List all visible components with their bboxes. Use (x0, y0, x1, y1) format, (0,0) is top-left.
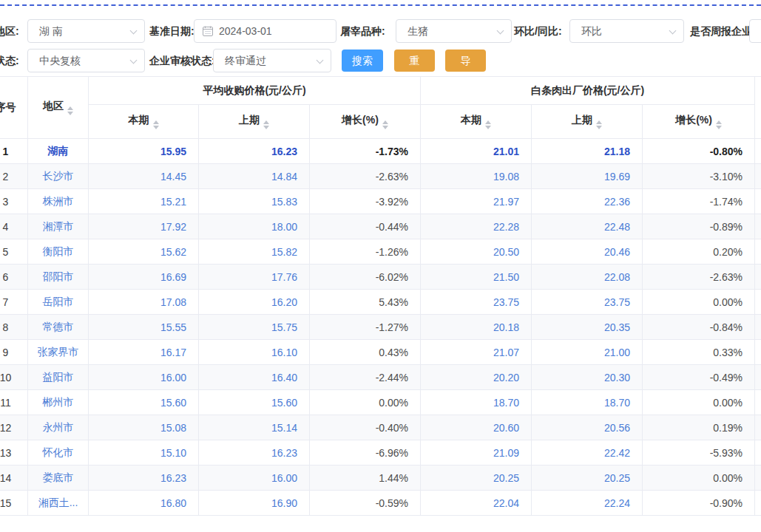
cell-value: -0.80% (643, 139, 755, 164)
species-select-value: 生猪 (396, 20, 511, 42)
table-row: 4湘潭市17.9218.00-0.44%22.2822.48-0.89% (0, 214, 761, 239)
cell-value: -1.74% (643, 189, 755, 214)
region-link[interactable]: 邵阳市 (28, 265, 89, 290)
cell-value: 19.69 (532, 164, 643, 189)
table-row: 10益阳市16.0016.40-2.44%20.2020.30-0.49% (0, 365, 761, 390)
header-previous-2[interactable]: 上期 (532, 105, 643, 139)
top-dashed-divider (0, 4, 761, 6)
cut-cell (755, 390, 761, 415)
region-link[interactable]: 岳阳市 (28, 290, 89, 315)
species-select[interactable]: 生猪 (396, 19, 512, 43)
region-link[interactable]: 永州市 (28, 415, 89, 440)
sort-icon[interactable] (67, 106, 73, 115)
sort-icon[interactable] (382, 120, 388, 129)
cell-value: 5.43% (310, 290, 421, 315)
cell-value: 21.09 (421, 440, 532, 466)
reset-button[interactable]: 重置 (394, 50, 435, 72)
region-link[interactable]: 益阳市 (28, 365, 89, 390)
cell-value: 0.00% (310, 390, 421, 415)
cell-value: -6.02% (310, 265, 421, 290)
table-row: 13怀化市15.1016.23-6.96%21.0922.42-5.93% (0, 440, 761, 466)
cell-value: 22.36 (532, 189, 643, 214)
region-link[interactable]: 湘西土... (28, 491, 89, 516)
cell-value: -1.73% (310, 139, 421, 164)
region-link[interactable]: 常德市 (28, 315, 89, 340)
sort-icon[interactable] (485, 120, 491, 129)
cell-value: 19.08 (421, 164, 532, 189)
cut-cell (755, 239, 761, 265)
sort-icon[interactable] (716, 120, 722, 129)
cell-value: 0.20% (643, 239, 755, 265)
header-label: 本期 (461, 114, 481, 126)
weekly-filter-label: 是否周报企业: (690, 19, 756, 43)
search-button[interactable]: 搜索 (342, 50, 383, 72)
cell-value: -1.26% (310, 239, 421, 265)
cell-value: 15.08 (89, 415, 199, 440)
header-previous-1[interactable]: 上期 (199, 105, 310, 139)
cell-value: -0.90% (643, 491, 755, 516)
cut-cell (755, 265, 761, 290)
cell-value: -2.63% (643, 265, 755, 290)
sort-icon[interactable] (263, 120, 269, 129)
cell-value: 16.90 (199, 491, 310, 516)
cell-value: -0.49% (643, 365, 755, 390)
row-seq: 2 (0, 164, 28, 189)
cut-cell (755, 139, 761, 164)
cut-cell (755, 290, 761, 315)
cell-value: 15.10 (89, 440, 199, 466)
cell-value: 16.00 (89, 365, 199, 390)
header-growth-1[interactable]: 增长(%) (310, 105, 421, 139)
region-link[interactable]: 湖南 (28, 139, 89, 164)
header-seq: 序号 (0, 77, 28, 139)
cell-value: 16.40 (199, 365, 310, 390)
status-select-value: 中央复核 (28, 50, 144, 72)
region-link[interactable]: 湘潭市 (28, 214, 89, 239)
region-link[interactable]: 娄底市 (28, 466, 89, 491)
cell-value: 14.84 (199, 164, 310, 189)
region-link[interactable]: 株洲市 (28, 189, 89, 214)
price-table: 序号 地区 平均收购价格(元/公斤) 白条肉出厂价格(元/公斤) 本期 上期 增… (0, 76, 761, 516)
row-seq: 14 (0, 466, 28, 491)
region-link[interactable]: 长沙市 (28, 164, 89, 189)
region-link[interactable]: 张家界市 (28, 340, 89, 365)
cell-value: 20.25 (532, 466, 643, 491)
header-label: 上期 (572, 114, 592, 126)
header-current-2[interactable]: 本期 (421, 105, 532, 139)
cell-value: -0.44% (310, 214, 421, 239)
compare-select[interactable]: 环比 (569, 19, 684, 43)
cell-value: 15.60 (89, 390, 199, 415)
sort-icon[interactable] (596, 120, 602, 129)
region-link[interactable]: 怀化市 (28, 440, 89, 466)
cell-value: 16.23 (89, 466, 199, 491)
cell-value: 21.97 (421, 189, 532, 214)
region-link[interactable]: 郴州市 (28, 390, 89, 415)
audit-status-select[interactable]: 终审通过 (213, 49, 331, 72)
weekly-select[interactable] (749, 19, 761, 43)
export-button[interactable]: 导出 (445, 50, 486, 72)
cell-value: 0.00% (643, 290, 755, 315)
header-current-1[interactable]: 本期 (89, 105, 199, 139)
region-select-value: 湖 南 (28, 20, 144, 42)
cut-cell (755, 365, 761, 390)
cell-value: 16.69 (89, 265, 199, 290)
region-link[interactable]: 衡阳市 (28, 239, 89, 265)
cell-value: 15.83 (199, 189, 310, 214)
cell-value: 23.75 (532, 290, 643, 315)
cell-value: 20.46 (532, 239, 643, 265)
cell-value: 15.62 (89, 239, 199, 265)
cell-value: 20.56 (532, 415, 643, 440)
cut-cell (755, 189, 761, 214)
header-growth-2[interactable]: 增长(%) (643, 105, 755, 139)
cell-value: -5.93% (643, 440, 755, 466)
cell-value: 1.44% (310, 466, 421, 491)
cell-value: -0.84% (643, 315, 755, 340)
cell-value: -3.92% (310, 189, 421, 214)
sort-icon[interactable] (153, 120, 159, 129)
status-select[interactable]: 中央复核 (27, 49, 145, 72)
base-date-input[interactable]: 2024-03-01 (194, 19, 336, 43)
header-label: 上期 (239, 114, 260, 126)
region-select[interactable]: 湖 南 (27, 19, 145, 43)
header-region[interactable]: 地区 (28, 77, 89, 139)
cut-cell (755, 164, 761, 189)
header-label: 增长(%) (342, 114, 379, 126)
